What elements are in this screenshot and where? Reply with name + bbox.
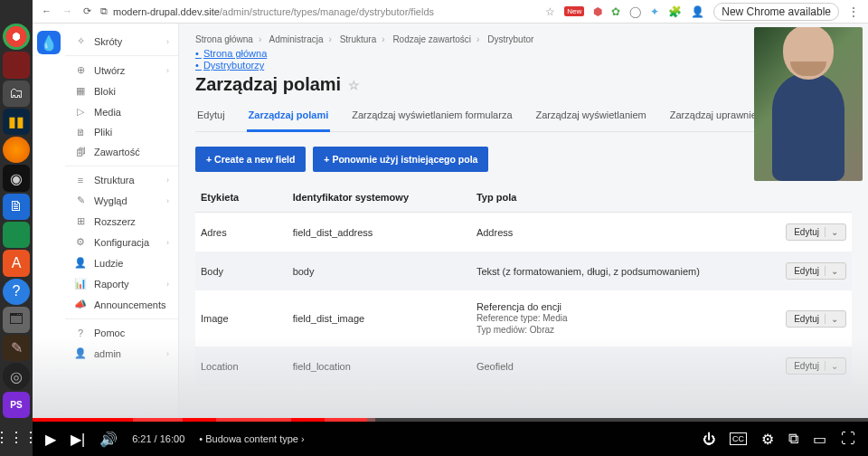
- presenter-webcam: [754, 27, 863, 181]
- reports-icon: 📊: [74, 278, 87, 290]
- tab-wyswietlaniem[interactable]: Zarządzaj wyświetlaniem: [534, 104, 648, 131]
- dock-phpstorm[interactable]: PS: [3, 392, 30, 418]
- ext-icon-1[interactable]: ⬢: [593, 5, 602, 18]
- favorite-star-icon[interactable]: ☆: [348, 78, 360, 92]
- reuse-field-button[interactable]: + Ponownie użyj istniejącego pola: [313, 147, 488, 172]
- dock-help[interactable]: ?: [3, 279, 30, 305]
- dock-files[interactable]: 🗂: [3, 81, 30, 107]
- nav-back-icon[interactable]: ←: [42, 5, 52, 17]
- settings-gear-icon[interactable]: ⚙: [761, 431, 774, 448]
- sidebar-item-label: admin: [94, 348, 121, 359]
- crumb[interactable]: Administracja: [269, 34, 324, 44]
- cell-id: field_dist_image: [288, 290, 471, 347]
- chapter-title[interactable]: • Budowa content type ›: [199, 433, 304, 444]
- sidebar-item-wyglad[interactable]: ✎Wygląd›: [65, 190, 178, 211]
- dock-app-cyan[interactable]: ▮▮: [3, 109, 30, 135]
- nav-reload-icon[interactable]: ⟳: [83, 5, 91, 17]
- crumb[interactable]: Rodzaje zawartości: [392, 34, 471, 44]
- miniplayer-icon[interactable]: ⧉: [788, 431, 798, 447]
- dock-chrome[interactable]: [3, 24, 30, 50]
- structure-icon: ≡: [74, 175, 87, 185]
- plus-icon: ⊕: [74, 64, 87, 76]
- progress-bar[interactable]: [33, 418, 868, 422]
- address-bar[interactable]: ⧉ modern-drupal.ddev.site/admin/structur…: [100, 5, 536, 17]
- sidebar-item-utworz[interactable]: ⊕Utwórz›: [65, 60, 178, 81]
- chevron-right-icon: ›: [166, 349, 169, 358]
- youtube-player-bar: ▶ ▶| 🔊 6:21 / 16:00 • Budowa content typ…: [33, 418, 868, 456]
- browser-toolbar: ← → ⟳ ⧉ modern-drupal.ddev.site/admin/st…: [33, 0, 868, 24]
- sidebar-item-zawartosc[interactable]: 🗐Zawartość: [65, 142, 178, 162]
- crumb[interactable]: Strona główna: [195, 34, 253, 44]
- cell-id: field_location: [288, 347, 471, 385]
- next-button[interactable]: ▶|: [71, 431, 85, 448]
- chrome-update-button[interactable]: New Chrome available: [713, 3, 839, 21]
- edit-button[interactable]: Edytuj⌄: [786, 262, 846, 280]
- star-icon[interactable]: ☆: [545, 5, 555, 18]
- autoplay-toggle[interactable]: ⏻: [703, 432, 715, 446]
- cell-label: Image: [195, 290, 288, 347]
- site-info-icon[interactable]: ⧉: [100, 5, 108, 17]
- tab-edytuj[interactable]: Edytuj: [195, 104, 227, 131]
- kebab-menu-icon[interactable]: ⋮: [848, 5, 859, 18]
- apps-grid-button[interactable]: ⋮⋮⋮: [0, 418, 33, 456]
- sidebar-item-skroty[interactable]: ✧Skróty›: [65, 31, 178, 52]
- edit-button[interactable]: Edytuj⌄: [786, 310, 846, 328]
- cell-id: field_dist_address: [288, 213, 471, 252]
- profile-avatar[interactable]: 👤: [691, 5, 704, 18]
- crumb[interactable]: Dystrybutor: [487, 34, 533, 44]
- sidebar-item-admin[interactable]: 👤admin›: [65, 343, 178, 364]
- dock-app-green[interactable]: [3, 222, 30, 248]
- ext-icon-5[interactable]: 🧩: [668, 5, 682, 18]
- sidebar-item-label: Wygląd: [94, 195, 127, 206]
- dock-software[interactable]: A: [3, 250, 30, 276]
- sidebar-item-label: Ludzie: [94, 258, 123, 269]
- sidebar-item-label: Announcements: [94, 299, 166, 310]
- sidebar-item-rozszerz[interactable]: ⊞Rozszerz: [65, 211, 178, 232]
- cell-id: body: [288, 252, 471, 290]
- edit-button[interactable]: Edytuj⌄: [786, 357, 846, 375]
- dock-app-red[interactable]: [3, 52, 30, 78]
- ext-icon-4[interactable]: ✦: [650, 5, 659, 18]
- captions-button[interactable]: CC: [730, 432, 747, 445]
- dock-firefox[interactable]: [3, 137, 30, 163]
- chevron-down-icon[interactable]: ⌄: [825, 361, 838, 371]
- sidebar-item-konfiguracja[interactable]: ⚙Konfiguracja›: [65, 232, 178, 252]
- dock-app-swirl[interactable]: ◉: [3, 165, 30, 191]
- volume-icon[interactable]: 🔊: [99, 431, 118, 448]
- ext-icon-2[interactable]: ✿: [611, 5, 620, 18]
- create-field-button[interactable]: + Create a new field: [195, 147, 306, 172]
- sidebar-item-struktura[interactable]: ≡Struktura›: [65, 170, 178, 190]
- sidebar-item-ludzie[interactable]: 👤Ludzie: [65, 252, 178, 273]
- theater-icon[interactable]: ▭: [813, 431, 826, 448]
- drupal-logo-icon[interactable]: 💧: [37, 31, 61, 54]
- tab-zarzadzaj-polami[interactable]: Zarządzaj polami: [247, 104, 331, 132]
- cell-type: Tekst (z formatowaniem, długi, z podsumo…: [471, 252, 780, 290]
- sidebar-item-pliki[interactable]: 🗎Pliki: [65, 122, 178, 142]
- edit-button[interactable]: Edytuj⌄: [786, 223, 846, 241]
- dock-app-brush[interactable]: ✎: [3, 335, 30, 361]
- chevron-down-icon[interactable]: ⌄: [825, 227, 838, 237]
- dock-app-doc[interactable]: 🗎: [3, 194, 30, 220]
- crumb[interactable]: Struktura: [340, 34, 377, 44]
- blocks-icon: ▦: [74, 85, 87, 97]
- sidebar-item-pomoc[interactable]: ?Pomoc: [65, 323, 178, 343]
- ext-icon-3[interactable]: ◯: [629, 5, 641, 18]
- people-icon: 👤: [74, 257, 87, 269]
- chevron-down-icon[interactable]: ⌄: [825, 314, 838, 324]
- sidebar-item-announcements[interactable]: 📣Announcements: [65, 294, 178, 315]
- table-row: Location field_location Geofield Edytuj⌄: [195, 347, 852, 385]
- help-icon: ?: [74, 328, 87, 338]
- dock-obs[interactable]: ◎: [3, 363, 30, 389]
- tab-wysw-formularza[interactable]: Zarządzaj wyświetlaniem formularza: [350, 104, 514, 131]
- sidebar-item-bloki[interactable]: ▦Bloki: [65, 81, 178, 101]
- sidebar-item-label: Zawartość: [94, 147, 140, 157]
- sidebar-item-raporty[interactable]: 📊Raporty›: [65, 273, 178, 294]
- shortcut-icon: ✧: [74, 35, 87, 47]
- fullscreen-icon[interactable]: ⛶: [841, 431, 855, 447]
- ubuntu-dock: 🗂 ▮▮ ◉ 🗎 A ? 🗔 ✎ ◎ PS: [0, 0, 33, 418]
- sidebar-item-media[interactable]: ▷Media: [65, 101, 178, 122]
- chevron-down-icon[interactable]: ⌄: [825, 266, 838, 276]
- ext-badge[interactable]: New: [564, 6, 584, 16]
- play-button[interactable]: ▶: [45, 431, 56, 448]
- dock-app-grey[interactable]: 🗔: [3, 307, 30, 333]
